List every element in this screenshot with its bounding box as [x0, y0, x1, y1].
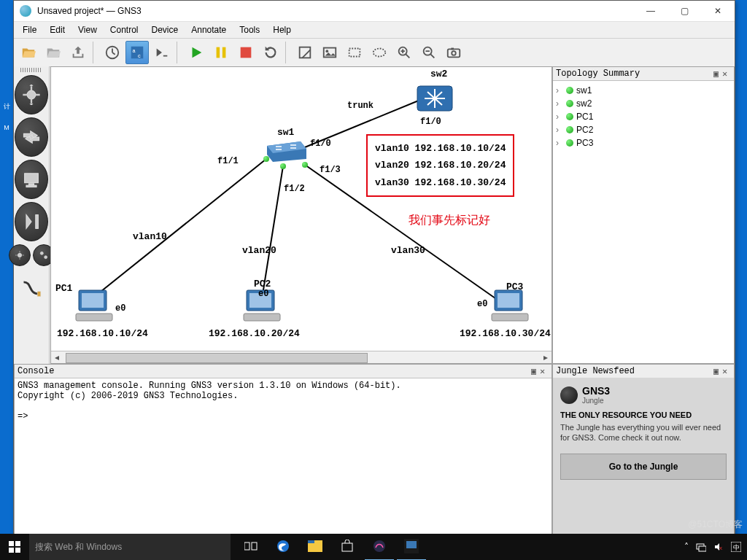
reload-button[interactable]: [259, 41, 282, 64]
switch-category-button[interactable]: [15, 117, 48, 157]
undock-icon[interactable]: ▣: [531, 366, 540, 377]
pc-category-button[interactable]: [15, 160, 48, 199]
tray-volume-icon[interactable]: x: [713, 542, 724, 552]
security-category-button[interactable]: [15, 202, 48, 241]
pause-button[interactable]: [209, 41, 233, 64]
close-button[interactable]: ✕: [701, 1, 735, 21]
task-view-button[interactable]: [236, 533, 266, 559]
app-window: Unsaved project* — GNS3 — ▢ ✕ File Edit …: [13, 0, 735, 535]
label-sw2: sw2: [430, 69, 447, 79]
chameleon-icon: [560, 386, 578, 404]
topology-summary-title: Topology Summary ▣ ✕: [553, 67, 734, 81]
export-button[interactable]: [66, 41, 90, 64]
svg-line-27: [93, 159, 266, 298]
image-button[interactable]: [318, 41, 341, 64]
select-tool-button[interactable]: ac: [125, 41, 149, 64]
close-panel-icon[interactable]: ✕: [540, 366, 549, 377]
port-dot: [280, 163, 286, 169]
tray-ime-icon[interactable]: 中: [731, 542, 741, 552]
node-sw2[interactable]: [416, 82, 454, 116]
rect-button[interactable]: [343, 41, 366, 64]
svg-rect-57: [342, 543, 352, 551]
label-sw1: sw1: [277, 127, 294, 138]
label-pc2-e0: e0: [258, 289, 268, 299]
undock-icon[interactable]: ▣: [713, 366, 722, 377]
svg-text:中: 中: [733, 544, 740, 551]
menu-view[interactable]: View: [72, 23, 103, 36]
undock-icon[interactable]: ▣: [713, 69, 722, 79]
open-button[interactable]: [17, 41, 40, 64]
console-body[interactable]: GNS3 management console. Running GNS3 ve…: [15, 378, 551, 534]
svg-point-58: [374, 540, 385, 552]
node-sw1[interactable]: [264, 139, 309, 164]
menu-file[interactable]: File: [17, 23, 42, 36]
taskbar-edge-icon[interactable]: [268, 533, 298, 559]
svg-rect-56: [308, 540, 314, 543]
play-button[interactable]: [185, 41, 208, 64]
start-button[interactable]: [0, 541, 29, 553]
svg-point-23: [40, 252, 43, 254]
menu-help[interactable]: Help: [267, 23, 297, 36]
cable-tool-button[interactable]: [15, 269, 47, 307]
menu-device[interactable]: Device: [146, 23, 185, 36]
label-pc2: PC2: [254, 279, 271, 289]
ellipse-button[interactable]: [368, 41, 391, 64]
taskbar-explorer-icon[interactable]: [301, 533, 330, 559]
console-button[interactable]: [150, 41, 174, 64]
note-button[interactable]: [293, 41, 317, 64]
desktop-icon[interactable]: 计: [0, 102, 13, 112]
tray-up-icon[interactable]: ˄: [684, 542, 689, 552]
system-tray[interactable]: ˄ x 中: [684, 542, 747, 552]
svg-point-24: [44, 256, 47, 259]
tree-item-pc3[interactable]: ›PC3: [556, 136, 731, 149]
taskbar-gns3-icon[interactable]: [397, 533, 426, 560]
menu-tools[interactable]: Tools: [233, 23, 266, 36]
label-pc1: PC1: [55, 283, 72, 294]
svg-rect-4: [217, 47, 220, 58]
topology-summary-panel: Topology Summary ▣ ✕ ›sw1 ›sw2 ›PC1 ›PC2…: [552, 66, 735, 364]
svg-rect-25: [37, 292, 41, 297]
node-pc1[interactable]: [73, 287, 115, 327]
hub-category-button[interactable]: [9, 244, 31, 266]
screenshot-button[interactable]: [442, 41, 465, 64]
topology-canvas[interactable]: sw2 f1/0 trunk sw1 f1/0 f1/1 f1/2 f1/3 v…: [50, 66, 552, 364]
router-category-button[interactable]: [15, 75, 48, 114]
svg-rect-7: [300, 47, 311, 58]
open-project-button[interactable]: [42, 41, 65, 64]
go-to-jungle-button[interactable]: Go to the Jungle: [560, 454, 727, 480]
snapshot-button[interactable]: [101, 41, 124, 64]
taskbar-search[interactable]: 搜索 Web 和 Windows: [29, 534, 231, 560]
taskbar-browser-icon[interactable]: [365, 533, 394, 560]
close-panel-icon[interactable]: ✕: [722, 69, 731, 79]
label-vlan20: vlan20: [242, 245, 276, 256]
annotation-redtext: 我们事先标记好: [409, 213, 490, 228]
label-pc1-ip: 192.168.10.10/24: [57, 328, 148, 339]
tree-item-sw2[interactable]: ›sw2: [556, 97, 731, 110]
menu-edit[interactable]: Edit: [44, 23, 71, 36]
svg-rect-50: [9, 548, 14, 553]
zoom-out-button[interactable]: [417, 41, 441, 64]
stop-button[interactable]: [234, 41, 258, 64]
redbox-l3: vlan30 192.168.10.30/24: [375, 174, 506, 191]
tree-item-pc2[interactable]: ›PC2: [556, 123, 731, 136]
tray-network-icon[interactable]: [696, 542, 706, 552]
minimize-button[interactable]: —: [634, 1, 667, 21]
tree-item-sw1[interactable]: ›sw1: [556, 84, 731, 97]
maximize-button[interactable]: ▢: [667, 1, 701, 21]
newsfeed-title: Jungle Newsfeed ▣ ✕: [553, 365, 734, 378]
svg-point-15: [452, 51, 456, 55]
canvas-h-scrollbar[interactable]: ◂ ▸: [51, 351, 551, 363]
tree-item-pc1[interactable]: ›PC1: [556, 110, 731, 123]
menu-control[interactable]: Control: [104, 23, 144, 36]
taskbar-store-icon[interactable]: [333, 533, 362, 559]
palette-grip[interactable]: [20, 68, 42, 72]
topology-tree: ›sw1 ›sw2 ›PC1 ›PC2 ›PC3: [553, 81, 734, 152]
label-pc3-ip: 192.168.10.30/24: [460, 328, 551, 339]
zoom-in-button[interactable]: [392, 41, 416, 64]
menu-annotate[interactable]: Annotate: [185, 23, 232, 36]
label-pc2-ip: 192.168.10.20/24: [209, 328, 300, 339]
node-pc3[interactable]: [489, 287, 531, 327]
close-panel-icon[interactable]: ✕: [722, 366, 731, 377]
titlebar: Unsaved project* — GNS3 — ▢ ✕: [14, 1, 735, 22]
desktop-icon[interactable]: M: [0, 124, 13, 131]
